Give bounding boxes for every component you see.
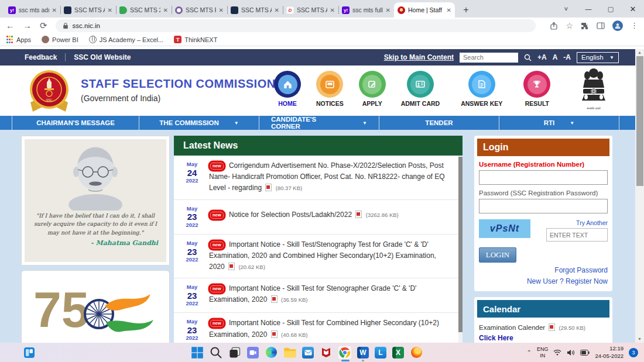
browser-tab[interactable]: SSC MTS Adm ✕: [60, 2, 116, 18]
language-indicator[interactable]: ENGIN: [537, 346, 549, 359]
nav-notices[interactable]: NOTICES: [316, 71, 344, 107]
old-website-link[interactable]: SSC Old Website: [74, 53, 131, 61]
tab-close-icon[interactable]: ✕: [52, 7, 57, 13]
pdf-icon[interactable]: [355, 211, 362, 218]
taskbar-search-icon[interactable]: [210, 346, 222, 359]
edge-icon[interactable]: [265, 346, 278, 359]
font-normal-button[interactable]: A: [553, 53, 558, 61]
pdf-icon[interactable]: [265, 184, 272, 191]
scroll-up-icon[interactable]: ▲: [635, 49, 644, 56]
news-link[interactable]: Notice for Selection Posts/Ladakh/2022: [229, 211, 352, 219]
nav-result[interactable]: RESULT: [523, 71, 550, 107]
back-button[interactable]: ←: [6, 21, 15, 30]
excel-icon[interactable]: X: [392, 347, 404, 358]
tab-close-icon[interactable]: ✕: [275, 7, 279, 13]
task-view-icon[interactable]: [228, 346, 241, 359]
nav-admit-card[interactable]: ADMIT CARD: [401, 71, 440, 107]
word-icon[interactable]: W: [357, 347, 369, 358]
forgot-password-link[interactable]: Forgot Password: [554, 266, 608, 274]
username-field[interactable]: [479, 170, 608, 185]
chrome-icon-active[interactable]: [338, 346, 351, 359]
news-item[interactable]: May 24 2022 new Corrigendum Advertisemen…: [174, 156, 463, 200]
news-item[interactable]: May 23 2022 new Important Notice - Skill…: [174, 235, 463, 279]
browser-tab[interactable]: SSC MTS FAQ ✕: [172, 2, 227, 18]
tab-close-icon[interactable]: ✕: [108, 7, 112, 13]
browser-tab[interactable]: y! ssc mts full fo ✕: [338, 2, 394, 18]
skip-to-content-link[interactable]: Skip to Main Content: [384, 53, 454, 61]
language-select[interactable]: English ▼: [577, 52, 619, 63]
tab-search-chevron-icon[interactable]: ˅: [555, 5, 577, 12]
tab-close-icon[interactable]: ✕: [219, 7, 224, 13]
mcafee-icon[interactable]: [320, 346, 333, 359]
bookmark-apps[interactable]: Apps: [6, 36, 31, 43]
browser-tab[interactable]: D SSC MTS Adm ✕: [283, 2, 338, 18]
pdf-icon[interactable]: [549, 323, 555, 331]
menu-candidates-corner[interactable]: CANDIDATE'S CORNER ▼: [259, 116, 379, 130]
lightshot-icon[interactable]: L: [375, 347, 386, 358]
volume-icon[interactable]: [567, 349, 575, 356]
menu-chairmans-message[interactable]: CHAIRMAN'S MESSAGE: [12, 116, 139, 130]
minimize-button[interactable]: —: [577, 5, 600, 12]
menu-rti[interactable]: RTI ▼: [499, 116, 619, 130]
maximize-button[interactable]: ▢: [600, 5, 622, 13]
pdf-icon[interactable]: [271, 330, 278, 338]
captcha-input[interactable]: [546, 228, 608, 242]
pdf-icon[interactable]: [271, 295, 278, 303]
font-decrease-button[interactable]: -A: [563, 53, 571, 61]
tray-chevron-up-icon[interactable]: ⌃: [526, 349, 531, 356]
scroll-down-icon[interactable]: ▼: [635, 336, 644, 343]
tab-close-icon[interactable]: ✕: [386, 7, 390, 13]
reload-button[interactable]: ⟳: [40, 21, 47, 30]
tab-close-icon[interactable]: ✕: [447, 7, 451, 13]
browser-tab[interactable]: y! ssc mts admit ✕: [5, 2, 60, 18]
browser-tab[interactable]: SSC MTS Adm ✕: [227, 2, 283, 18]
font-increase-button[interactable]: +A: [537, 53, 547, 61]
calendar-click-here-link[interactable]: Click Here: [479, 334, 608, 342]
widgets-icon[interactable]: [23, 347, 35, 358]
menu-tender[interactable]: TENDER: [379, 116, 499, 130]
battery-icon[interactable]: [580, 350, 590, 356]
browser-tab[interactable]: SSC MTS 202 ✕: [116, 2, 172, 18]
bookmark-star-icon[interactable]: ☆: [566, 21, 573, 30]
address-bar[interactable]: ssc.nic.in: [56, 19, 536, 32]
news-scrollbar[interactable]: [458, 156, 463, 343]
nav-answer-key[interactable]: ANSWER KEY: [461, 71, 502, 107]
start-button-icon[interactable]: [191, 346, 204, 359]
bookmark-jsacademy[interactable]: JS Academy – Excel...: [89, 36, 163, 43]
login-button[interactable]: LOGIN: [479, 247, 516, 263]
news-item[interactable]: May 23 2022 new Important Notice - Skill…: [174, 278, 463, 313]
nav-home[interactable]: HOME: [274, 71, 301, 107]
extensions-puzzle-icon[interactable]: [581, 22, 589, 30]
tab-close-icon[interactable]: ✕: [163, 7, 168, 13]
news-item[interactable]: May 23 2022 new Notice for Selection Pos…: [174, 200, 463, 235]
menu-kebab-icon[interactable]: ⋮: [631, 21, 638, 30]
teams-chat-icon[interactable]: [247, 347, 259, 358]
menu-the-commission[interactable]: THE COMMISSION ▼: [139, 116, 259, 130]
new-tab-button[interactable]: +: [458, 2, 474, 18]
news-link[interactable]: Corrigendum Advertisement No. Phase-X/20…: [209, 161, 445, 192]
mail-icon[interactable]: [302, 347, 314, 358]
browser-tab-active[interactable]: Home | Staff S ✕: [394, 2, 455, 18]
search-icon[interactable]: [524, 54, 532, 61]
captcha-refresh-link[interactable]: Try Another: [576, 219, 608, 226]
notification-badge[interactable]: 3: [629, 348, 638, 357]
profile-avatar[interactable]: [612, 20, 623, 31]
site-search-input[interactable]: [460, 53, 518, 63]
tab-close-icon[interactable]: ✕: [330, 7, 335, 13]
register-link[interactable]: New User ? Register Now: [527, 277, 608, 285]
forward-button[interactable]: →: [23, 21, 32, 30]
bookmark-thinknext[interactable]: T ThinkNEXT: [174, 36, 217, 43]
news-link[interactable]: Important Notice - Skill Test for Stenog…: [209, 284, 416, 304]
file-explorer-icon[interactable]: [283, 346, 296, 359]
feedback-link[interactable]: Feedback: [25, 53, 57, 61]
pdf-icon[interactable]: [228, 263, 235, 270]
firefox-icon[interactable]: [410, 346, 423, 359]
bookmark-powerbi[interactable]: Power BI: [42, 36, 78, 43]
password-field[interactable]: [479, 199, 608, 213]
sidebar-icon[interactable]: [597, 22, 605, 30]
scrollbar-thumb[interactable]: [636, 56, 643, 186]
nav-apply[interactable]: APPLY: [359, 71, 386, 107]
news-item[interactable]: May 23 2022 new Important Notice - Skill…: [174, 313, 463, 343]
share-icon[interactable]: [550, 22, 558, 30]
news-link[interactable]: Important Notice - Skill Test for Combin…: [209, 319, 439, 338]
